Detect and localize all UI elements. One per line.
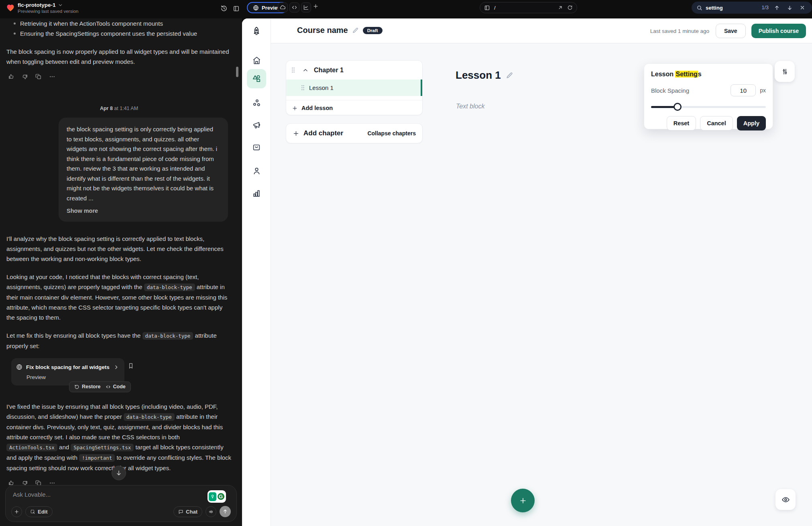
copy-icon[interactable] [34,72,43,81]
inline-code: data-block-type [144,283,195,291]
nav-profile-icon[interactable] [248,163,265,179]
code-view-button[interactable] [289,2,299,12]
lesson-settings-popover: Lesson Settings Block Spacing px Reset C… [644,63,773,129]
lesson-heading-row: Lesson 1 [456,69,513,82]
edit-course-name-icon[interactable] [352,27,359,34]
collapse-chapters-button[interactable]: Collapse chapters [367,130,416,137]
block-spacing-input[interactable] [731,84,756,96]
chevron-up-icon[interactable] [303,67,308,73]
draft-status-badge: Draft [363,27,383,34]
apply-button[interactable]: Apply [737,116,766,130]
new-tab-plus-icon[interactable] [313,3,319,9]
course-title: Course name [297,26,348,35]
nav-courses-icon[interactable] [247,69,266,88]
project-info: flc-prototype-1 Previewing last saved ve… [18,2,79,14]
message-timestamp: Apr 8 at 1:41 AM [6,104,232,114]
settings-title: Lesson Settings [651,71,766,78]
chat-mode-button[interactable]: Chat [173,506,202,517]
bullet-item: Retrieving it when the ActionTools compo… [14,18,232,29]
version-toolbar: Restore Code [69,381,131,392]
url-path[interactable]: / [494,5,554,11]
edit-lesson-title-icon[interactable] [506,71,513,79]
save-button[interactable]: Save [716,24,746,38]
send-button[interactable] [220,506,231,517]
show-more-link[interactable]: Show more [67,206,219,216]
plus-icon [292,105,298,111]
lesson-list-item[interactable]: Lesson 1 [286,80,422,96]
suggestion-bulb-icon [209,492,216,501]
message-actions [6,72,232,81]
cloud-deploy-button[interactable] [278,2,288,12]
nav-community-icon[interactable] [248,95,265,111]
sliders-icon [781,68,789,75]
thumbs-down-icon[interactable] [20,72,30,81]
more-options-icon[interactable] [47,72,57,81]
eye-icon [781,495,790,504]
slider-thumb[interactable] [674,103,682,111]
chat-input[interactable] [13,491,165,498]
nav-store-icon[interactable] [248,139,265,155]
drag-handle-icon[interactable] [291,67,295,73]
chapter-card: Chapter 1 Lesson 1 Add lesson [286,60,423,115]
block-spacing-label: Block Spacing [651,87,689,94]
app-logo-rocket-icon[interactable] [248,23,265,39]
restore-icon [74,384,79,389]
grammarly-badge[interactable]: G [208,490,226,503]
voice-input-button[interactable] [206,506,216,517]
chevron-down-icon[interactable] [58,3,63,7]
version-title: Fix block spacing for all widgets [26,362,110,372]
code-button[interactable]: Code [106,382,126,392]
cancel-button[interactable]: Cancel [700,116,733,130]
project-name[interactable]: flc-prototype-1 [18,2,56,8]
inline-code: data-block-type [124,413,175,421]
grammarly-g-icon: G [217,492,225,501]
reader-icon [484,5,490,11]
panel-layout-icon[interactable] [231,4,241,13]
add-chapter-button[interactable]: Add chapter [293,129,343,137]
drag-handle-icon[interactable] [301,85,305,91]
scroll-to-bottom-button[interactable] [112,466,126,480]
nav-analytics-icon[interactable] [248,185,265,201]
lovable-logo-icon[interactable] [6,3,15,12]
address-bar[interactable]: / [480,2,577,13]
add-block-fab[interactable] [511,489,535,512]
nav-home-icon[interactable] [248,52,265,68]
analytics-button[interactable] [301,2,311,12]
preview-toggle-button[interactable] [775,489,796,510]
chat-bubble-icon [178,509,183,514]
chat-scrollbar[interactable] [236,67,238,77]
search-highlight: Setting [675,71,698,77]
globe-icon [16,364,22,370]
thumbs-up-icon[interactable] [6,72,16,81]
attach-plus-button[interactable] [11,506,22,517]
find-match-count: 1/3 [762,5,769,10]
find-next-button[interactable] [785,5,794,11]
edit-mode-button[interactable]: Edit [25,506,53,517]
assistant-bullet-list: Retrieving it when the ActionTools compo… [6,18,232,39]
settings-toggle-button[interactable] [775,61,795,82]
find-close-button[interactable] [798,5,807,10]
restore-button[interactable]: Restore [74,382,101,392]
find-prev-button[interactable] [772,5,781,11]
screen: flc-prototype-1 Previewing last saved ve… [0,0,812,526]
code-icon [106,384,111,389]
version-card-area: Fix block spacing for all widgets Previe… [6,358,232,393]
chevron-right-icon[interactable] [114,365,119,370]
assistant-paragraph-1: I'll analyze why the block spacing setti… [6,234,232,264]
refresh-icon[interactable] [567,5,573,10]
chapter-header-row[interactable]: Chapter 1 [286,61,422,80]
add-lesson-button[interactable]: Add lesson [286,100,422,115]
history-icon[interactable] [219,4,229,13]
text-block-placeholder[interactable]: Text block [456,103,484,110]
bookmark-icon[interactable] [128,362,134,369]
publish-course-button[interactable]: Publish course [751,24,806,38]
user-message-text: the block spacing setting is only correc… [67,126,217,202]
find-input[interactable] [706,5,753,11]
reset-button[interactable]: Reset [667,116,696,130]
assistant-summary: The block spacing is now properly applie… [6,47,232,67]
nav-announcements-icon[interactable] [248,117,265,133]
assistant-paragraph-4: I've fixed the issue by ensuring that al… [6,402,232,473]
select-edit-icon [30,509,35,514]
open-external-icon[interactable] [558,5,563,10]
block-spacing-slider[interactable] [651,103,766,111]
